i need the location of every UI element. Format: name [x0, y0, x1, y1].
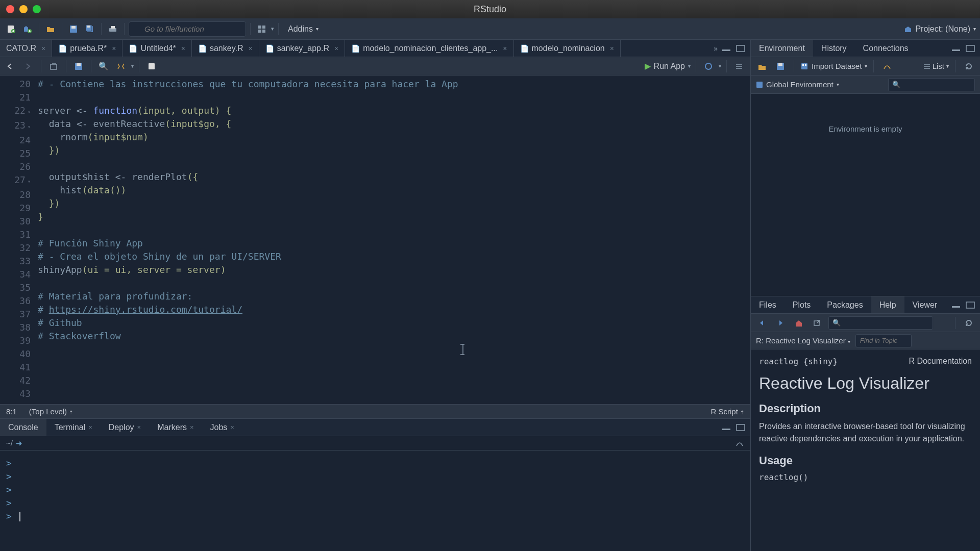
minimize-editor-icon[interactable]: [721, 43, 732, 54]
refresh-env-icon[interactable]: [962, 59, 976, 73]
save-all-icon[interactable]: [83, 22, 97, 36]
svg-rect-19: [149, 63, 155, 69]
svg-rect-32: [966, 302, 974, 308]
close-tab-icon[interactable]: ×: [41, 44, 45, 53]
help-popout-icon[interactable]: [810, 316, 824, 330]
new-project-icon[interactable]: [20, 22, 35, 36]
close-tab-icon[interactable]: ×: [334, 44, 338, 53]
console-output[interactable]: >>>>>: [0, 450, 750, 551]
close-tab-icon[interactable]: ×: [248, 44, 252, 53]
zoom-window-button[interactable]: [33, 5, 41, 13]
outline-icon[interactable]: [732, 59, 746, 73]
editor-tab[interactable]: 📄modelo_nominacion×: [514, 40, 621, 57]
minimize-window-button[interactable]: [19, 5, 28, 13]
line-number-gutter: 202122▾23▾24252627▾282930313233343536373…: [0, 76, 38, 404]
minimize-pane-icon[interactable]: [721, 422, 732, 433]
maximize-pane-icon[interactable]: [735, 422, 746, 433]
document-icon: 📄: [520, 44, 529, 53]
language-mode[interactable]: R Script ⇡: [710, 407, 744, 416]
goto-file-input[interactable]: [129, 21, 246, 37]
environment-scope-row: Global Environment ▾ 🔍: [751, 76, 980, 94]
environment-tab[interactable]: History: [813, 40, 855, 57]
editor-tab[interactable]: 📄modelo_nominacion_clientes_app_...×: [345, 40, 513, 57]
close-tab-icon[interactable]: ×: [190, 423, 194, 431]
help-content[interactable]: reactlog {shiny} R Documentation Reactiv…: [751, 349, 980, 551]
help-tab[interactable]: Files: [751, 296, 785, 313]
new-file-icon[interactable]: [4, 22, 18, 36]
editor-tab[interactable]: 📄sankey_app.R×: [259, 40, 345, 57]
close-tab-icon[interactable]: ×: [503, 44, 507, 53]
forward-icon[interactable]: [21, 59, 36, 73]
editor-tab[interactable]: 📄Untitled4*×: [122, 40, 192, 57]
compile-report-icon[interactable]: [144, 59, 159, 73]
run-app-button[interactable]: Run App: [654, 62, 685, 71]
maximize-env-icon[interactable]: [965, 43, 976, 54]
refresh-help-icon[interactable]: [962, 316, 976, 330]
editor-tab[interactable]: 📄prueba.R*×: [52, 40, 122, 57]
help-tab[interactable]: Packages: [819, 296, 871, 313]
import-dataset-button[interactable]: Import Dataset ▾: [800, 62, 867, 70]
clear-workspace-icon[interactable]: [880, 59, 894, 73]
help-tab[interactable]: Plots: [785, 296, 819, 313]
maximize-help-icon[interactable]: [965, 299, 976, 311]
console-tab[interactable]: Markers×: [149, 419, 202, 436]
print-icon[interactable]: [106, 22, 120, 36]
editor-tab[interactable]: 📄sankey.R×: [192, 40, 259, 57]
tools-grid-icon[interactable]: [255, 22, 269, 36]
find-in-topic-input[interactable]: [855, 334, 912, 347]
code-tools-icon[interactable]: [114, 59, 128, 73]
minimize-help-icon[interactable]: [950, 299, 962, 311]
console-arrow-icon[interactable]: ➜: [16, 439, 22, 448]
help-forward-icon[interactable]: [773, 316, 788, 330]
close-tab-icon[interactable]: ×: [610, 44, 614, 53]
help-tab[interactable]: Viewer: [904, 296, 946, 313]
load-workspace-icon[interactable]: [755, 59, 769, 73]
code-content[interactable]: # - Contiene las instrucciones que tu co…: [38, 76, 750, 404]
close-tab-icon[interactable]: ×: [112, 44, 116, 53]
project-selector[interactable]: Project: (None) ▾: [904, 24, 976, 34]
save-source-icon[interactable]: [71, 59, 86, 73]
save-workspace-icon[interactable]: [773, 59, 788, 73]
help-tab[interactable]: Help: [871, 296, 904, 313]
svg-rect-9: [111, 26, 115, 29]
more-tabs-icon[interactable]: »: [714, 44, 718, 53]
close-tab-icon[interactable]: ×: [137, 423, 141, 431]
environment-scope-selector[interactable]: Global Environment ▾: [756, 80, 839, 89]
save-icon[interactable]: [66, 22, 81, 36]
help-topic-dropdown[interactable]: R: Reactive Log Visualizer ▾: [756, 336, 850, 345]
environment-search-input[interactable]: [888, 78, 975, 91]
console-tab[interactable]: Deploy×: [101, 419, 149, 436]
open-file-icon[interactable]: [43, 22, 58, 36]
publish-icon[interactable]: [701, 59, 716, 73]
svg-rect-16: [51, 64, 57, 69]
help-home-icon[interactable]: [792, 316, 806, 330]
environment-toolbar: Import Dataset ▾ List ▾: [751, 57, 980, 76]
editor-toolbar: 🔍 ▾ ▶ Run App ▾ ▾: [0, 57, 750, 76]
document-icon: 📄: [129, 44, 137, 53]
close-tab-icon[interactable]: ×: [88, 423, 92, 431]
console-tab[interactable]: Console: [0, 419, 46, 436]
back-icon[interactable]: [4, 59, 18, 73]
scope-indicator[interactable]: (Top Level) ⇡: [29, 407, 73, 416]
close-tab-icon[interactable]: ×: [181, 44, 185, 53]
help-search-input[interactable]: [828, 316, 933, 330]
console-tab[interactable]: Jobs×: [202, 419, 242, 436]
find-replace-icon[interactable]: 🔍: [96, 59, 111, 73]
maximize-editor-icon[interactable]: [735, 43, 746, 54]
view-mode-button[interactable]: List ▾: [923, 62, 949, 70]
environment-tab[interactable]: Environment: [751, 40, 813, 57]
help-back-icon[interactable]: [755, 316, 769, 330]
show-in-new-window-icon[interactable]: [46, 59, 61, 73]
close-tab-icon[interactable]: ×: [230, 423, 234, 431]
console-tab[interactable]: Terminal×: [46, 419, 101, 436]
close-window-button[interactable]: [6, 5, 14, 13]
editor-tab[interactable]: CATO.R×: [0, 40, 52, 57]
document-icon: 📄: [265, 44, 274, 53]
clear-console-icon[interactable]: [735, 439, 744, 447]
addins-menu[interactable]: Addins ▾: [283, 24, 324, 34]
svg-rect-30: [756, 82, 763, 88]
environment-tab[interactable]: Connections: [855, 40, 917, 57]
help-usage-heading: Usage: [759, 454, 972, 467]
minimize-env-icon[interactable]: [950, 43, 962, 54]
code-editor[interactable]: 202122▾23▾24252627▾282930313233343536373…: [0, 76, 750, 404]
